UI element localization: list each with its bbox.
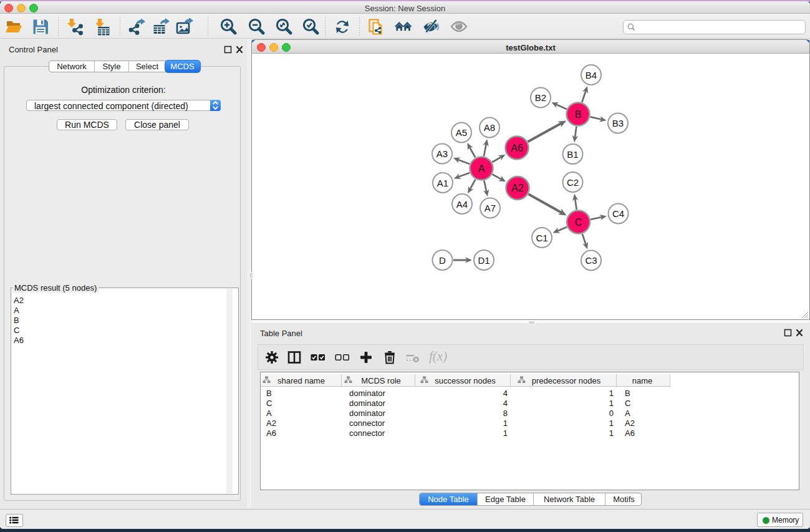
- svg-text:D1: D1: [478, 255, 489, 266]
- svg-text:A2: A2: [511, 183, 524, 193]
- svg-text:A6: A6: [511, 143, 523, 153]
- svg-text:C1: C1: [536, 233, 547, 243]
- svg-text:B3: B3: [612, 118, 624, 128]
- svg-text:C4: C4: [612, 208, 624, 219]
- svg-text:C: C: [575, 217, 582, 228]
- svg-text:A: A: [478, 163, 485, 174]
- svg-text:B4: B4: [586, 70, 597, 80]
- svg-text:B1: B1: [567, 149, 578, 160]
- svg-text:B: B: [575, 109, 582, 120]
- svg-text:A1: A1: [437, 178, 448, 188]
- svg-text:B2: B2: [535, 92, 546, 103]
- svg-text:D: D: [439, 255, 446, 266]
- svg-text:A5: A5: [456, 127, 467, 138]
- svg-text:A8: A8: [484, 122, 495, 133]
- svg-text:A7: A7: [485, 203, 496, 213]
- svg-text:A4: A4: [456, 199, 468, 210]
- svg-text:C3: C3: [585, 255, 597, 266]
- svg-text:C2: C2: [567, 177, 579, 188]
- svg-text:A3: A3: [436, 148, 448, 159]
